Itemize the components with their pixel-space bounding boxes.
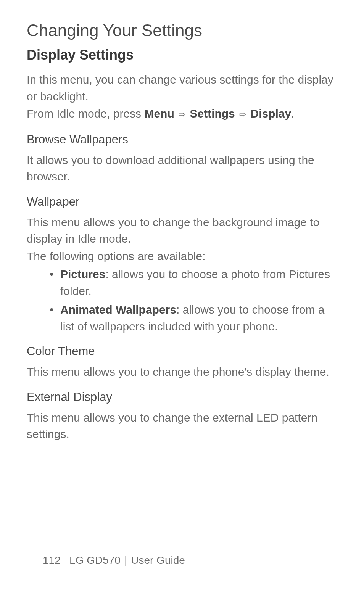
option-animated-label: Animated Wallpapers xyxy=(60,303,176,316)
footer-model: LG GD570 xyxy=(69,554,121,566)
external-display-text: This menu allows you to change the exter… xyxy=(27,409,337,443)
subsection-color-theme: Color Theme xyxy=(27,344,337,358)
section-title-display-settings: Display Settings xyxy=(27,47,337,63)
page-footer: 112 LG GD570|User Guide xyxy=(0,554,364,567)
page-number: 112 xyxy=(43,554,61,566)
footer-divider-line xyxy=(0,547,38,547)
wallpaper-text-2: The following options are available: xyxy=(27,248,337,265)
nav-prefix: From Idle mode, press xyxy=(27,107,144,120)
subsection-wallpaper: Wallpaper xyxy=(27,195,337,209)
nav-settings-label: Settings xyxy=(190,107,235,120)
page-title: Changing Your Settings xyxy=(27,21,337,40)
footer-pipe-divider: | xyxy=(124,554,127,566)
nav-display-label: Display xyxy=(251,107,292,120)
nav-menu-label: Menu xyxy=(144,107,174,120)
color-theme-text: This menu allows you to change the phone… xyxy=(27,364,337,380)
arrow-right-icon: ⇨ xyxy=(239,108,246,121)
footer-guide-label: User Guide xyxy=(131,554,185,566)
wallpaper-text-1: This menu allows you to change the backg… xyxy=(27,214,337,247)
arrow-right-icon: ⇨ xyxy=(179,108,185,121)
navigation-path: From Idle mode, press Menu ⇨ Settings ⇨ … xyxy=(27,105,337,122)
subsection-external-display: External Display xyxy=(27,390,337,404)
footer-text: 112 LG GD570|User Guide xyxy=(43,554,364,567)
browse-wallpapers-text: It allows you to download additional wal… xyxy=(27,152,337,185)
wallpaper-options-list: Pictures: allows you to choose a photo f… xyxy=(27,266,337,335)
list-item: Animated Wallpapers: allows you to choos… xyxy=(50,301,337,335)
intro-text: In this menu, you can change various set… xyxy=(27,71,337,105)
list-item: Pictures: allows you to choose a photo f… xyxy=(50,266,337,299)
option-pictures-label: Pictures xyxy=(60,268,105,280)
subsection-browse-wallpapers: Browse Wallpapers xyxy=(27,133,337,146)
page-content: Changing Your Settings Display Settings … xyxy=(0,0,364,443)
